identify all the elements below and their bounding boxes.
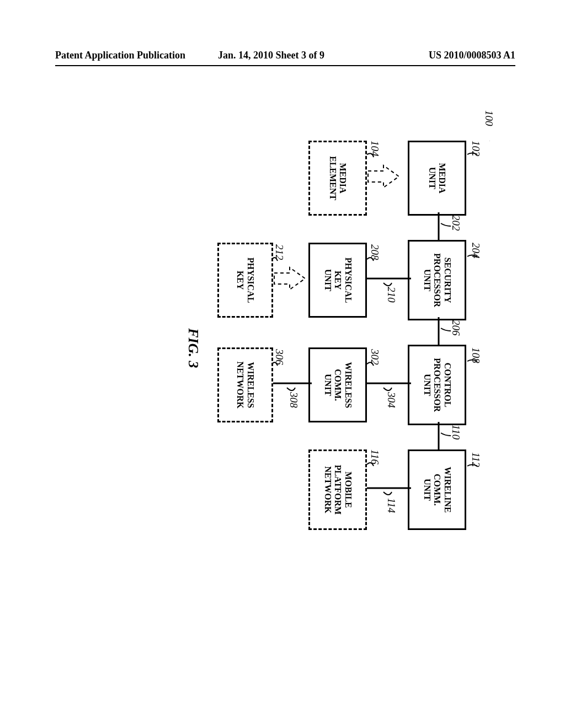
ref-112: 112	[470, 452, 482, 467]
box-media-element: MEDIA ELEMENT	[308, 141, 367, 216]
ref-208: 208	[369, 244, 381, 260]
box-media-unit: MEDIA UNIT	[408, 141, 466, 216]
ref-108: 108	[470, 347, 482, 363]
security-proc-label: SECURITY PROCESSOR UNIT	[422, 253, 452, 307]
box-wireless-comm-unit: WIRELESS COMM. UNIT	[308, 347, 367, 422]
ref-308: 308	[287, 392, 300, 408]
page: Patent Application Publication Jan. 14, …	[0, 0, 565, 728]
ref-114: 114	[385, 498, 397, 513]
physical-key-label: PHYSICAL KEY	[235, 258, 255, 303]
wireline-comm-label: WIRELINE COMM. UNIT	[422, 467, 452, 513]
box-physical-key: PHYSICAL KEY	[217, 243, 273, 318]
ref-302: 302	[369, 349, 381, 365]
ref-116: 116	[369, 449, 381, 464]
box-physical-key-unit: PHYSICAL KEY UNIT	[308, 243, 367, 318]
wireless-comm-label: WIRELESS COMM. UNIT	[322, 362, 353, 408]
ref-102: 102	[470, 141, 482, 157]
ref-110: 110	[450, 425, 462, 440]
mobile-platform-label: MOBILE PLATFORM NETWORK	[322, 465, 353, 515]
ref-306: 306	[273, 349, 285, 365]
physical-key-unit-label: PHYSICAL KEY UNIT	[322, 258, 353, 303]
box-control-processor-unit: CONTROL PROCESSOR UNIT	[408, 345, 466, 425]
ref-104: 104	[369, 141, 381, 157]
box-mobile-platform-network: MOBILE PLATFORM NETWORK	[308, 449, 367, 530]
box-wireline-comm-unit: WIRELINE COMM. UNIT	[408, 449, 466, 530]
box-wireless-network: WIRELESS NETWORK	[217, 347, 273, 422]
media-unit-label: MEDIA UNIT	[427, 163, 447, 193]
box-security-processor-unit: SECURITY PROCESSOR UNIT	[408, 240, 466, 320]
header-rule	[55, 65, 515, 66]
ref-210: 210	[385, 287, 397, 303]
ref-212: 212	[273, 244, 285, 260]
header-left: Patent Application Publication	[55, 50, 185, 61]
diagram-fig3: MEDIA UNIT SECURITY PROCESSOR UNIT CONTR…	[69, 141, 494, 538]
ref-202: 202	[450, 215, 462, 231]
ref-100: 100	[483, 110, 495, 126]
header-right: US 2010/0008503 A1	[429, 50, 515, 61]
wireless-net-label: WIRELESS NETWORK	[235, 361, 255, 408]
header-center: Jan. 14, 2010 Sheet 3 of 9	[218, 50, 324, 61]
ref-204: 204	[470, 243, 482, 259]
figure-label: FIG. 3	[185, 328, 201, 368]
ref-206: 206	[450, 320, 462, 336]
media-element-label: MEDIA ELEMENT	[328, 156, 348, 200]
control-proc-label: CONTROL PROCESSOR UNIT	[422, 358, 452, 412]
ref-304: 304	[385, 392, 397, 408]
